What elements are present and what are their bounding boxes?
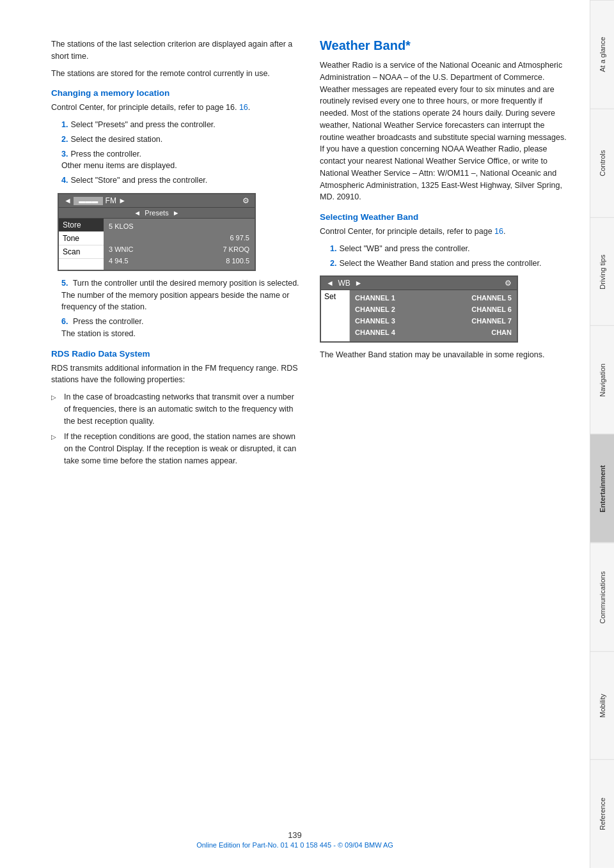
step-5: 5. Turn the controller until the desired… bbox=[61, 277, 301, 313]
page-link-2[interactable]: 16 bbox=[494, 227, 503, 236]
station-wnic: 3 WNIC bbox=[106, 244, 136, 254]
channel-chan: CHAN bbox=[489, 327, 514, 337]
station-945: 4 94.5 bbox=[106, 256, 131, 266]
station-row-3: 3 WNIC 7 KROQ bbox=[106, 244, 252, 254]
rds-bullet-2: If the reception conditions are good, th… bbox=[51, 431, 301, 467]
fm-top-bar: ◄ ▬▬▬ FM ► ⚙ bbox=[59, 194, 255, 208]
station-1005: 8 100.5 bbox=[223, 256, 252, 266]
channel-row-2: CHANNEL 2 CHANNEL 6 bbox=[352, 304, 514, 314]
intro-para-2: The stations are stored for the remote c… bbox=[51, 68, 301, 80]
wb-settings-icon: ⚙ bbox=[505, 279, 512, 288]
step-3: 3.Press the controller.Other menu items … bbox=[61, 148, 301, 173]
channel-2: CHANNEL 2 bbox=[352, 304, 398, 314]
fm-presets-label: ◄ Presets ► bbox=[134, 209, 179, 217]
channel-7: CHANNEL 7 bbox=[469, 316, 514, 326]
wb-radio-screen: ◄ WB ► ⚙ Set CHANNEL 1 CHANNEL 5 CHANNEL… bbox=[320, 275, 518, 343]
intro-para-1: The stations of the last selection crite… bbox=[51, 38, 301, 63]
fm-settings-icon: ⚙ bbox=[242, 196, 249, 205]
fm-menu-scan[interactable]: Scan bbox=[59, 245, 104, 259]
right-column: Weather Band* Weather Radio is a service… bbox=[320, 38, 569, 842]
fm-menu-tone[interactable]: Tone bbox=[59, 232, 104, 245]
station-row-1: 5 KLOS bbox=[106, 221, 252, 231]
channel-row-3: CHANNEL 3 CHANNEL 7 bbox=[352, 316, 514, 326]
tab-at-a-glance[interactable]: At a glance bbox=[590, 0, 614, 109]
section2-heading: RDS Radio Data System bbox=[51, 349, 301, 359]
steps-list-2: 5. Turn the controller until the desired… bbox=[51, 277, 301, 340]
channel-6: CHANNEL 6 bbox=[469, 304, 514, 314]
section2-intro: RDS transmits additional information in … bbox=[51, 362, 301, 387]
wb-menu-area: Set CHANNEL 1 CHANNEL 5 CHANNEL 2 CHANNE… bbox=[321, 290, 517, 341]
section1-heading: Changing a memory location bbox=[51, 88, 301, 98]
fm-radio-screen: ◄ ▬▬▬ FM ► ⚙ ◄ Presets ► Store Tone Scan… bbox=[58, 193, 256, 271]
page-link-1[interactable]: 16 bbox=[239, 103, 248, 112]
channel-1: CHANNEL 1 bbox=[352, 293, 398, 303]
tab-entertainment[interactable]: Entertainment bbox=[590, 434, 614, 543]
channel-5: CHANNEL 5 bbox=[469, 293, 514, 303]
fm-menu-store[interactable]: Store bbox=[59, 219, 104, 232]
selecting-wb-heading: Selecting Weather Band bbox=[320, 212, 569, 222]
station-kroq: 7 KROQ bbox=[220, 244, 252, 254]
fm-menu-area: Store Tone Scan 5 KLOS 6 97.5 3 WNIC bbox=[59, 219, 255, 270]
tab-mobility[interactable]: Mobility bbox=[590, 651, 614, 760]
step-4: 4.Select "Store" and press the controlle… bbox=[61, 174, 301, 187]
channel-3: CHANNEL 3 bbox=[352, 316, 398, 326]
fm-stations-area: 5 KLOS 6 97.5 3 WNIC 7 KROQ 4 94.5 8 100… bbox=[104, 219, 255, 270]
left-column: The stations of the last selection crite… bbox=[51, 38, 301, 842]
fm-label: ◄ ▬▬▬ FM ► bbox=[64, 196, 126, 205]
wb-top-bar: ◄ WB ► ⚙ bbox=[321, 277, 517, 290]
fm-presets-bar: ◄ Presets ► bbox=[59, 208, 255, 219]
footer-text: Online Edition for Part-No. 01 41 0 158 … bbox=[0, 841, 590, 849]
rds-bullet-1: In the case of broadcasting networks tha… bbox=[51, 391, 301, 427]
tab-navigation[interactable]: Navigation bbox=[590, 325, 614, 434]
step-6: 6. Press the controller.The station is s… bbox=[61, 316, 301, 340]
station-975: 6 97.5 bbox=[227, 233, 252, 243]
wb-steps-list: 1.Select "WB" and press the controller. … bbox=[320, 243, 569, 270]
fm-menu-left: Store Tone Scan bbox=[59, 219, 104, 270]
wb-step-2: 2.Select the Weather Band station and pr… bbox=[330, 258, 569, 270]
selecting-wb-intro: Control Center, for principle details, r… bbox=[320, 226, 569, 238]
weather-band-title: Weather Band* bbox=[320, 38, 569, 53]
wb-footnote: The Weather Band station may be unavaila… bbox=[320, 349, 569, 361]
wb-step-1: 1.Select "WB" and press the controller. bbox=[330, 243, 569, 255]
wb-label: ◄ WB ► bbox=[326, 279, 362, 288]
page-footer: 139 Online Edition for Part-No. 01 41 0 … bbox=[0, 830, 590, 849]
channel-row-1: CHANNEL 1 CHANNEL 5 bbox=[352, 293, 514, 303]
page-number: 139 bbox=[0, 830, 590, 840]
rds-bullets: In the case of broadcasting networks tha… bbox=[51, 391, 301, 467]
tab-reference[interactable]: Reference bbox=[590, 759, 614, 868]
step-2: 2.Select the desired station. bbox=[61, 134, 301, 146]
channel-row-4: CHANNEL 4 CHAN bbox=[352, 327, 514, 337]
station-row-4: 4 94.5 8 100.5 bbox=[106, 256, 252, 266]
tab-communications[interactable]: Communications bbox=[590, 543, 614, 651]
side-tabs: At a glance Controls Driving tips Naviga… bbox=[590, 0, 614, 868]
steps-list-1: 1.Select "Presets" and press the control… bbox=[51, 119, 301, 187]
wb-channels-area: CHANNEL 1 CHANNEL 5 CHANNEL 2 CHANNEL 6 … bbox=[350, 290, 517, 341]
tab-controls[interactable]: Controls bbox=[590, 109, 614, 217]
channel-4: CHANNEL 4 bbox=[352, 327, 398, 337]
station-klos: 5 KLOS bbox=[106, 221, 136, 231]
station-row-2: 6 97.5 bbox=[106, 233, 252, 243]
weather-band-intro: Weather Radio is a service of the Nation… bbox=[320, 59, 569, 203]
tab-driving-tips[interactable]: Driving tips bbox=[590, 217, 614, 326]
step-1: 1.Select "Presets" and press the control… bbox=[61, 119, 301, 131]
wb-set-box[interactable]: Set bbox=[321, 290, 350, 341]
section1-intro: Control Center, for principle details, r… bbox=[51, 102, 301, 114]
